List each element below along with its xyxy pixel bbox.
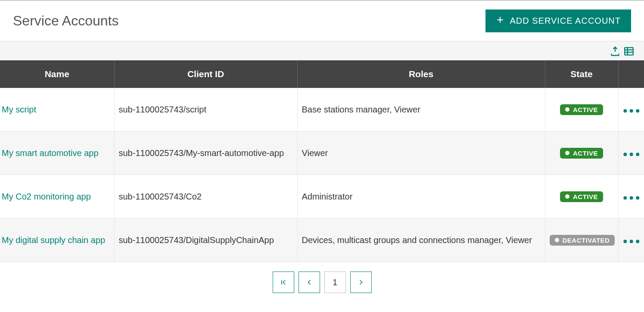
svg-point-9 [623, 153, 627, 156]
table-row: My digital supply chain appsub-110002574… [0, 218, 644, 262]
status-dot-icon [565, 151, 569, 155]
col-header-state[interactable]: State [545, 60, 618, 88]
more-icon [623, 233, 640, 246]
table-toolbar [0, 41, 644, 60]
svg-point-7 [629, 109, 633, 113]
client-id-cell: sub-1100025743/Co2 [114, 175, 297, 218]
roles-cell: Administrator [297, 175, 545, 218]
more-icon [623, 190, 640, 203]
client-id-cell: sub-1100025743/My-smart-automotive-app [114, 131, 297, 175]
list-view-icon[interactable] [623, 46, 635, 57]
add-service-account-button[interactable]: ADD SERVICE ACCOUNT [485, 9, 631, 32]
table-row: My scriptsub-1100025743/scriptBase stati… [0, 88, 644, 131]
state-cell: ACTIVE [545, 175, 618, 218]
status-badge-label: ACTIVE [573, 150, 598, 157]
col-header-roles[interactable]: Roles [297, 60, 545, 88]
state-cell: DEACTIVATED [545, 218, 618, 262]
account-name-link[interactable]: My smart automotive app [2, 148, 99, 158]
more-icon [623, 146, 640, 159]
pagination-first-button[interactable] [273, 271, 294, 293]
col-header-actions [618, 60, 644, 88]
pagination-next-button[interactable] [350, 271, 372, 293]
row-actions-button[interactable] [618, 218, 644, 262]
svg-point-15 [623, 240, 627, 243]
account-name-link[interactable]: My digital supply chain app [2, 235, 105, 245]
plus-icon [496, 16, 504, 26]
status-dot-icon [565, 107, 569, 112]
client-id-cell: sub-1100025743/DigitalSupplyChainApp [114, 218, 297, 262]
svg-point-12 [623, 197, 627, 200]
more-icon [623, 103, 640, 116]
svg-rect-2 [625, 47, 633, 55]
row-actions-button[interactable] [618, 175, 644, 218]
roles-cell: Viewer [297, 131, 545, 175]
status-badge: ACTIVE [560, 191, 603, 202]
roles-cell: Devices, multicast groups and connection… [297, 218, 545, 262]
svg-point-13 [629, 197, 633, 200]
status-badge-label: DEACTIVATED [563, 237, 610, 244]
svg-point-8 [636, 109, 639, 113]
service-accounts-table: Name Client ID Roles State My scriptsub-… [0, 60, 644, 262]
svg-point-14 [636, 197, 639, 200]
pagination: 1 [0, 262, 644, 297]
status-badge: ACTIVE [560, 104, 603, 115]
export-icon[interactable] [610, 46, 621, 57]
add-button-label: ADD SERVICE ACCOUNT [510, 16, 621, 26]
pagination-current-page: 1 [324, 271, 346, 293]
roles-cell: Base stations manager, Viewer [297, 88, 545, 131]
svg-point-6 [623, 109, 627, 113]
svg-point-11 [636, 153, 639, 156]
table-row: My Co2 monitoring appsub-1100025743/Co2A… [0, 175, 644, 218]
account-name-link[interactable]: My script [2, 105, 36, 114]
state-cell: ACTIVE [545, 88, 618, 131]
status-dot-icon [565, 194, 569, 199]
status-badge-label: ACTIVE [573, 193, 598, 200]
row-actions-button[interactable] [618, 131, 644, 175]
page-title: Service Accounts [13, 13, 118, 29]
pagination-prev-button[interactable] [299, 271, 320, 293]
svg-point-17 [636, 240, 639, 243]
col-header-client-id[interactable]: Client ID [114, 60, 297, 88]
svg-point-16 [629, 240, 633, 243]
state-cell: ACTIVE [545, 131, 618, 175]
table-header-row: Name Client ID Roles State [0, 60, 644, 88]
status-badge-label: ACTIVE [573, 106, 598, 113]
client-id-cell: sub-1100025743/script [114, 88, 297, 131]
svg-point-10 [629, 153, 633, 156]
account-name-link[interactable]: My Co2 monitoring app [2, 192, 91, 201]
status-badge: ACTIVE [560, 148, 603, 159]
row-actions-button[interactable] [618, 88, 644, 131]
status-dot-icon [555, 238, 559, 242]
page-header: Service Accounts ADD SERVICE ACCOUNT [0, 0, 644, 41]
status-badge: DEACTIVATED [550, 235, 615, 246]
col-header-name[interactable]: Name [0, 60, 114, 88]
table-row: My smart automotive appsub-1100025743/My… [0, 131, 644, 175]
